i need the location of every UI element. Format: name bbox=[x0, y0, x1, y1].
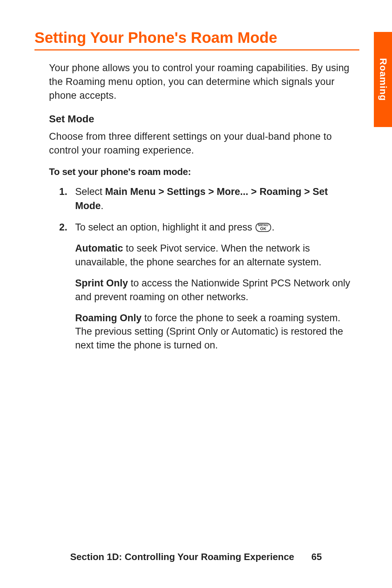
steps-list: 1. Select Main Menu > Settings > More...… bbox=[59, 185, 356, 234]
option-sprint-only: Sprint Only to access the Nationwide Spr… bbox=[75, 277, 356, 304]
section-tab-roaming: Roaming bbox=[374, 32, 392, 127]
step-1-menu-path: Main Menu > Settings > More... > Roaming… bbox=[75, 186, 328, 211]
manual-page: Setting Your Phone's Roam Mode Your phon… bbox=[0, 0, 392, 588]
step-1-number: 1. bbox=[59, 185, 68, 199]
roam-options-block: Automatic to seek Pivot service. When th… bbox=[75, 242, 356, 352]
step-1-pre: Select bbox=[75, 186, 105, 197]
title-rule bbox=[34, 49, 359, 50]
step-2: 2. To select an option, highlight it and… bbox=[59, 220, 356, 234]
option-automatic: Automatic to seek Pivot service. When th… bbox=[75, 242, 356, 269]
step-1: 1. Select Main Menu > Settings > More...… bbox=[59, 185, 356, 213]
set-mode-paragraph: Choose from three different settings on … bbox=[49, 130, 356, 158]
procedure-heading: To set your phone's roam mode: bbox=[49, 166, 356, 177]
page-title: Setting Your Phone's Roam Mode bbox=[34, 29, 359, 46]
step-2-number: 2. bbox=[59, 220, 68, 234]
set-mode-heading: Set Mode bbox=[49, 113, 356, 125]
body-content: Your phone allows you to control your ro… bbox=[49, 61, 356, 352]
section-tab-label: Roaming bbox=[377, 58, 389, 101]
option-automatic-label: Automatic bbox=[75, 243, 123, 254]
page-number: 65 bbox=[311, 551, 322, 563]
option-roaming-only-label: Roaming Only bbox=[75, 313, 142, 323]
option-sprint-only-label: Sprint Only bbox=[75, 278, 128, 289]
footer-section-label: Section 1D: Controlling Your Roaming Exp… bbox=[70, 551, 294, 562]
step-2-post: . bbox=[272, 222, 275, 233]
step-2-pre: To select an option, highlight it and pr… bbox=[75, 222, 255, 233]
page-footer: Section 1D: Controlling Your Roaming Exp… bbox=[0, 551, 392, 563]
intro-paragraph: Your phone allows you to control your ro… bbox=[49, 61, 356, 102]
menu-ok-button-icon: MENUOK bbox=[256, 223, 271, 232]
option-roaming-only: Roaming Only to force the phone to seek … bbox=[75, 311, 356, 352]
step-1-post: . bbox=[101, 200, 104, 211]
icon-ok-label: OK bbox=[258, 227, 269, 231]
